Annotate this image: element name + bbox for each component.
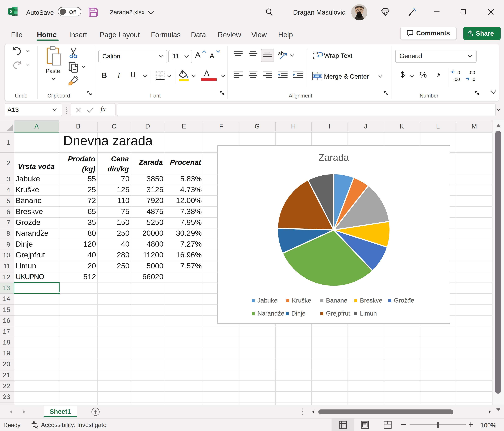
svg-text:ab: ab xyxy=(313,51,318,55)
svg-text:c: c xyxy=(313,55,315,60)
svg-text:.00: .00 xyxy=(469,70,475,75)
svg-text:X: X xyxy=(9,9,13,14)
svg-text:ab: ab xyxy=(278,50,284,56)
svg-text:.0: .0 xyxy=(456,70,460,75)
svg-text:.00: .00 xyxy=(453,77,460,82)
svg-text:.0: .0 xyxy=(471,77,475,82)
